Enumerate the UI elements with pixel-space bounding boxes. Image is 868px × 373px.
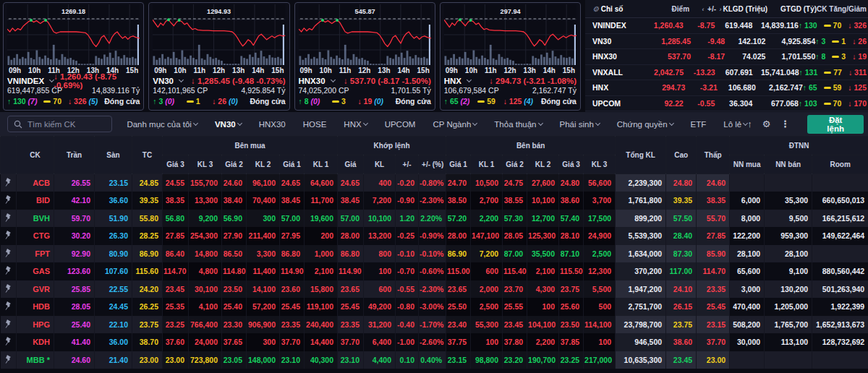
pin-cell[interactable] (1, 280, 17, 299)
match-change[interactable]: -0.25 (396, 227, 419, 245)
symbol-cell[interactable]: KDH (17, 333, 54, 351)
pin-cell[interactable] (1, 351, 17, 369)
match-change[interactable]: -0.80 (396, 298, 419, 316)
ask-vol-2[interactable]: 35,500 (527, 245, 559, 263)
match-change-pct[interactable]: -3.00% (419, 298, 446, 316)
bid-price-2[interactable]: 86.50 (222, 245, 247, 263)
ask-vol-1[interactable]: 55,300 (471, 316, 503, 334)
match-price[interactable]: 23.65 (338, 280, 364, 299)
reference-price[interactable]: 115.60 (132, 262, 163, 280)
ask-price-2[interactable]: 23.70 (503, 280, 527, 299)
ask-price-3[interactable]: 25.60 (559, 298, 584, 316)
ask-vol-3[interactable]: 100 (584, 333, 616, 351)
reference-price[interactable]: 23.00 (132, 351, 163, 369)
symbol-cell[interactable]: BID (17, 192, 54, 210)
ask-vol-3[interactable]: 24,900 (584, 227, 616, 245)
bid-vol-1[interactable]: 119,100 (305, 298, 338, 316)
match-change-pct[interactable]: -0.10% (419, 245, 446, 263)
bid-price-1[interactable]: 38.45 (280, 192, 305, 210)
match-change-pct[interactable]: -0.80% (419, 174, 446, 192)
match-change-pct[interactable]: -2.30% (419, 192, 446, 210)
match-change-pct[interactable]: 0.40% (419, 351, 446, 369)
ceiling-price[interactable]: 25.40 (54, 316, 95, 334)
bid-vol-2[interactable]: 11,400 (247, 262, 280, 280)
bid-price-3[interactable]: 23.00 (163, 351, 189, 369)
ask-price-1[interactable]: 23.15 (446, 351, 471, 369)
ceiling-price[interactable]: 28.05 (54, 298, 95, 316)
bid-price-2[interactable]: 56.90 (222, 210, 247, 228)
bid-price-2[interactable]: 23.30 (222, 316, 247, 334)
bid-vol-2[interactable]: 70,400 (247, 192, 280, 210)
menu-item-danh-mục-của-tôi[interactable]: Danh mục của tôi (127, 120, 197, 129)
match-change[interactable]: 0.10 (396, 351, 419, 369)
ceiling-price[interactable]: 25.85 (54, 280, 95, 299)
ask-price-2[interactable]: 57.30 (503, 210, 527, 228)
reference-price[interactable]: 23.75 (132, 316, 163, 334)
bid-vol-1[interactable]: 14,400 (305, 333, 338, 351)
ask-price-1[interactable]: 28.00 (446, 227, 471, 245)
ask-price-3[interactable]: 38.60 (559, 192, 584, 210)
reference-price[interactable]: 28.25 (132, 227, 163, 245)
floor-price[interactable]: 80.90 (95, 245, 132, 263)
ask-vol-1[interactable]: 2,000 (471, 280, 503, 299)
reference-price[interactable]: 24.85 (132, 174, 163, 192)
symbol-cell[interactable]: GVR (17, 280, 54, 299)
match-change-pct[interactable]: -2.60% (419, 333, 446, 351)
ask-vol-1[interactable]: 2,700 (471, 192, 503, 210)
bid-price-1[interactable]: 114.90 (280, 262, 305, 280)
pin-cell[interactable] (1, 174, 17, 192)
bid-vol-3[interactable]: 24,000 (189, 333, 222, 351)
ask-price-2[interactable]: 28.05 (503, 227, 527, 245)
symbol-cell[interactable]: BVH (17, 210, 54, 228)
ask-price-3[interactable]: 23.50 (559, 316, 584, 334)
ask-vol-3[interactable]: 5,500 (584, 280, 616, 299)
match-price[interactable]: 25.45 (338, 298, 364, 316)
menu-item-hnx[interactable]: HNX (344, 120, 367, 129)
menu-item-phái-sinh[interactable]: Phái sinh (560, 120, 600, 129)
ceiling-price[interactable]: 123.60 (54, 262, 95, 280)
match-vol[interactable]: 400 (364, 174, 396, 192)
bid-vol-1[interactable]: 1,000 (305, 245, 338, 263)
match-change-pct[interactable]: -0.60% (419, 262, 446, 280)
index-row-vnindex[interactable]: VNINDEX1,260.43-8.75619.44814,839.116↑ 1… (585, 18, 868, 34)
floor-price[interactable]: 22.10 (95, 316, 132, 334)
match-price[interactable]: 57.00 (338, 210, 364, 228)
bid-vol-3[interactable]: 254,300 (189, 227, 222, 245)
index-selector[interactable]: VN30 (153, 77, 183, 85)
menu-item-upcom[interactable]: UPCOM (385, 120, 416, 129)
menu-item-thỏa-thuận[interactable]: Thỏa thuận (494, 120, 542, 129)
ask-vol-1[interactable]: 10,500 (471, 174, 503, 192)
bid-price-2[interactable]: 114.80 (222, 262, 247, 280)
ask-price-3[interactable]: 23.25 (559, 351, 584, 369)
pin-cell[interactable] (1, 227, 17, 245)
menu-item-vn30[interactable]: VN30 (215, 120, 242, 129)
search-input[interactable]: Tìm kiếm CK (7, 116, 112, 132)
ceiling-price[interactable]: 41.40 (54, 333, 95, 351)
bid-price-3[interactable]: 37.60 (163, 333, 189, 351)
ask-vol-2[interactable]: 12,700 (527, 210, 559, 228)
bid-vol-2[interactable]: 211,400 (247, 227, 280, 245)
match-vol[interactable]: 600 (364, 280, 396, 299)
ask-vol-1[interactable]: 98,800 (471, 351, 503, 369)
bid-price-3[interactable]: 23.45 (163, 280, 189, 299)
floor-price[interactable]: 24.45 (95, 298, 132, 316)
reference-price[interactable]: 86.90 (132, 245, 163, 263)
bid-price-2[interactable]: 38.40 (222, 192, 247, 210)
pin-cell[interactable] (1, 298, 17, 316)
index-selector[interactable]: HNX (444, 77, 471, 85)
bid-price-3[interactable]: 24.55 (163, 174, 189, 192)
match-price[interactable]: 38.45 (338, 192, 364, 210)
ceiling-price[interactable]: 24.60 (54, 351, 95, 369)
match-vol[interactable]: 100 (364, 262, 396, 280)
bid-vol-2[interactable]: 300 (247, 210, 280, 228)
bid-price-2[interactable]: 24.60 (222, 174, 247, 192)
menu-item-chứng-quyền[interactable]: Chứng quyền (617, 120, 673, 129)
index-row-hnx30[interactable]: HNX30537.70-8.1774.0251,701.550↑ 83↓ 19 (585, 49, 868, 65)
bid-price-1[interactable]: 23.60 (280, 280, 305, 299)
bid-price-1[interactable]: 57.00 (280, 210, 305, 228)
bid-price-2[interactable]: 25.40 (222, 298, 247, 316)
ask-price-3[interactable]: 87.10 (559, 245, 584, 263)
ask-price-1[interactable]: 37.75 (446, 333, 471, 351)
bid-vol-1[interactable]: 15,800 (305, 280, 338, 299)
ask-vol-1[interactable]: 600 (471, 262, 503, 280)
